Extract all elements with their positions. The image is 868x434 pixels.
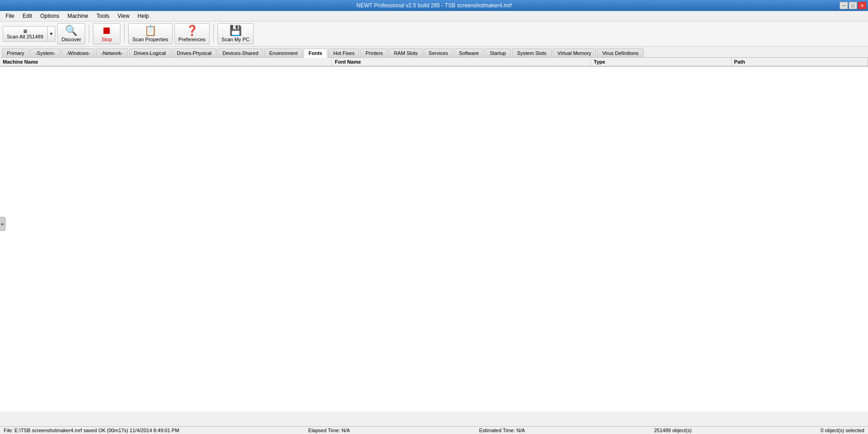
left-panel-handle[interactable]: ▶ [0,217,5,231]
menu-edit[interactable]: Edit [19,12,36,20]
tab-system-slots[interactable]: System Slots [512,49,551,57]
tab-system[interactable]: -System- [30,49,60,57]
discover-icon: 🔍 [65,26,77,36]
stop-icon: ⏹ [102,26,112,36]
scan-my-pc-button[interactable]: 💾 Scan My PC [217,23,254,44]
tab-hot-fixes[interactable]: Hot Fixes [328,49,359,57]
col-type[interactable]: Type [591,58,732,66]
tab-environment[interactable]: Environment [264,49,303,57]
col-machine-name[interactable]: Machine Name [0,58,332,66]
scan-my-pc-label: Scan My PC [222,37,250,42]
tabs-bar: Primary -System- -Windows- -Network- Dri… [0,47,868,58]
tab-fonts[interactable]: Fonts [304,49,327,58]
scan-my-pc-icon: 💾 [229,26,242,36]
preferences-icon: ❓ [186,26,198,36]
discover-label: Discover [61,37,81,42]
scan-properties-button[interactable]: 📋 Scan Properties [128,23,172,44]
scan-properties-label: Scan Properties [132,37,168,42]
tab-windows[interactable]: -Windows- [61,49,95,57]
toolbar-divider-3 [213,25,214,43]
stop-label: Stop [102,37,112,42]
tab-drives-physical[interactable]: Drives-Physical [172,49,217,57]
menu-tools[interactable]: Tools [93,12,113,20]
tab-primary[interactable]: Primary [2,49,29,57]
content-area[interactable]: Machine Name Font Name Type Path [0,58,868,412]
table-header-row: Machine Name Font Name Type Path [0,58,868,66]
preferences-label: Preferences [179,37,206,42]
close-button[interactable]: ✕ [858,2,866,9]
tab-services[interactable]: Services [423,49,453,57]
discover-button[interactable]: 🔍 Discover [57,23,85,44]
toolbar-divider-1 [89,25,89,43]
title-text: NEWT Professional v2.5 build 285 - TSB s… [356,2,511,9]
col-path[interactable]: Path [731,58,868,66]
menu-file[interactable]: File [2,12,18,20]
menu-options[interactable]: Options [37,12,63,20]
tab-devices-shared[interactable]: Devices-Shared [217,49,263,57]
tab-virus-definitions[interactable]: Virus Definitions [597,49,643,57]
menu-bar: File Edit Options Machine Tools View Hel… [0,11,868,22]
toolbar-divider-2 [124,25,125,43]
scan-all-dropdown[interactable]: ▼ [47,27,55,41]
maximize-button[interactable]: □ [849,2,857,9]
tab-drives-logical[interactable]: Drives-Logical [129,49,171,57]
toolbar: 🖥 Scan All 251489 ▼ 🔍 Discover ⏹ Stop 📋 … [0,22,868,47]
tab-virtual-memory[interactable]: Virtual Memory [553,49,597,57]
scan-properties-icon: 📋 [144,26,157,36]
preferences-button[interactable]: ❓ Preferences [174,23,210,44]
scan-all-icon: 🖥 [22,28,27,34]
title-bar: NEWT Professional v2.5 build 285 - TSB s… [0,0,868,11]
scan-all-label: Scan All 251489 [7,34,43,39]
fonts-table: Machine Name Font Name Type Path [0,58,868,67]
menu-view[interactable]: View [114,12,133,20]
window-controls: ─ □ ✕ [840,2,866,9]
stop-button[interactable]: ⏹ Stop [93,23,120,44]
tab-software[interactable]: Software [454,49,484,57]
menu-help[interactable]: Help [134,12,153,20]
menu-machine[interactable]: Machine [64,12,92,20]
tab-printers[interactable]: Printers [360,49,388,57]
minimize-button[interactable]: ─ [840,2,848,9]
tab-ram-slots[interactable]: RAM Slots [389,49,423,57]
tab-startup[interactable]: Startup [485,49,511,57]
scan-all-button[interactable]: 🖥 Scan All 251489 ▼ [3,26,55,42]
col-font-name[interactable]: Font Name [332,58,591,66]
tab-network[interactable]: -Network- [96,49,128,57]
